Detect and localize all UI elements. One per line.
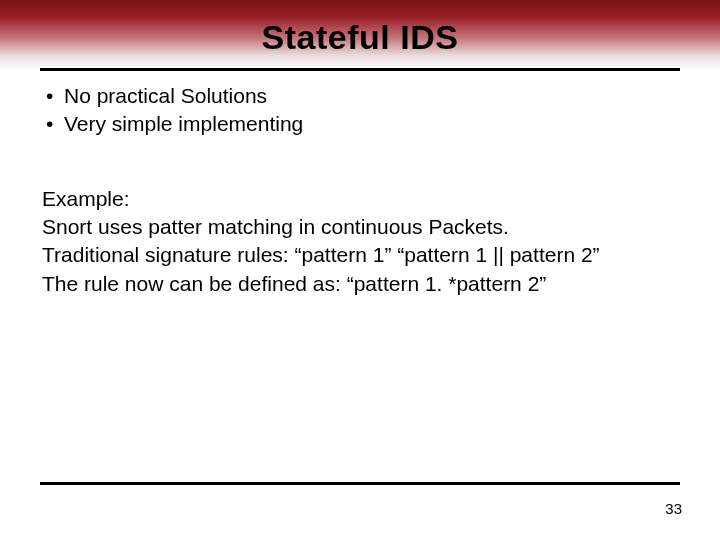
- bullet-list: No practical Solutions Very simple imple…: [42, 82, 682, 139]
- example-heading: Example:: [42, 185, 682, 213]
- body-line: The rule now can be defined as: “pattern…: [42, 270, 682, 298]
- title-underline: [40, 68, 680, 71]
- example-block: Example: Snort uses patter matching in c…: [42, 185, 682, 298]
- body-line: Snort uses patter matching in continuous…: [42, 213, 682, 241]
- body-line: Traditional signature rules: “pattern 1”…: [42, 241, 682, 269]
- content-area: No practical Solutions Very simple imple…: [42, 82, 682, 298]
- list-item: Very simple implementing: [64, 110, 682, 138]
- list-item: No practical Solutions: [64, 82, 682, 110]
- footer-rule: [40, 482, 680, 485]
- page-number: 33: [665, 500, 682, 517]
- page-title: Stateful IDS: [0, 18, 720, 57]
